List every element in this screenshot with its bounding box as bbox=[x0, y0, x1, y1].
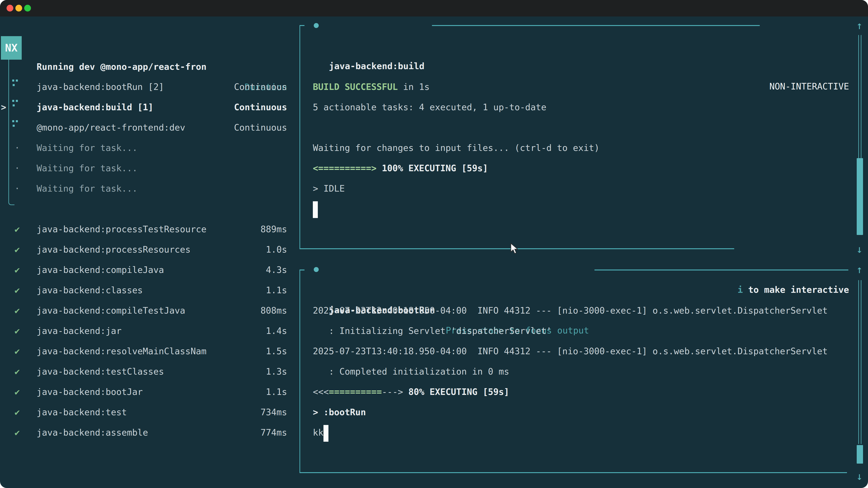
task-duration: 1.4s bbox=[0, 321, 287, 341]
log-segment: ========== bbox=[329, 387, 382, 397]
task-status: Continuous bbox=[0, 77, 287, 97]
build-scroll-up-icon[interactable]: ↑ bbox=[852, 15, 866, 36]
build-panel-footer: i to make interactive bbox=[0, 239, 868, 259]
interactive-key: i bbox=[738, 285, 743, 295]
pending-dot-icon: · bbox=[10, 138, 24, 158]
log-line: Waiting for changes to input files... (c… bbox=[313, 138, 868, 158]
log-segment: in 1s bbox=[398, 82, 430, 92]
title-bar bbox=[0, 0, 868, 17]
waiting-task-label: Waiting for task... bbox=[37, 178, 137, 199]
terminal-cursor bbox=[323, 425, 329, 442]
sidebar-header-row: Running dev @mono-app/react-fron Duratio… bbox=[0, 36, 868, 57]
sidebar-footer-row: ← 1/2 → quit: q help: ? bbox=[0, 463, 868, 484]
close-button[interactable] bbox=[6, 5, 13, 11]
waiting-task-label: Waiting for task... bbox=[37, 138, 137, 158]
bootrun-panel-bottom-line bbox=[300, 472, 847, 473]
task-duration: 1.3s bbox=[0, 361, 287, 382]
build-scroll-down-icon[interactable]: ↓ bbox=[852, 239, 866, 259]
log-segment: 100% EXECUTING [59s] bbox=[377, 163, 488, 173]
log-segment: 2025-07-23T13:40:18.950-04:00 INFO 44312… bbox=[313, 346, 828, 356]
minimize-button[interactable] bbox=[16, 5, 22, 11]
bootrun-panel-left-border bbox=[300, 269, 300, 473]
build-panel-left-border bbox=[300, 25, 300, 249]
task-status-dot-icon bbox=[314, 267, 319, 272]
log-line: : Initializing Servlet 'dispatcherServle… bbox=[313, 321, 868, 341]
log-segment: : Initializing Servlet 'dispatcherServle… bbox=[313, 326, 552, 336]
bootrun-scroll-up-icon[interactable]: ↑ bbox=[852, 259, 866, 280]
build-panel-header: java-backend:build NON-INTERACTIVE bbox=[0, 15, 868, 36]
task-duration: 889ms bbox=[0, 219, 287, 239]
bootrun-scrollbar-track[interactable] bbox=[858, 280, 862, 444]
interactive-text: to make interactive bbox=[748, 285, 849, 295]
zoom-button[interactable] bbox=[24, 5, 31, 11]
build-scrollbar-thumb[interactable] bbox=[857, 158, 863, 235]
task-status-dot-icon bbox=[314, 23, 319, 28]
waiting-task-label: Waiting for task... bbox=[37, 158, 137, 178]
log-segment: kk bbox=[313, 427, 323, 437]
bootrun-scroll-down-icon[interactable]: ↓ bbox=[852, 466, 866, 486]
log-line bbox=[313, 118, 868, 138]
log-line: 2025-07-23T13:40:18.950-04:00 INFO 44312… bbox=[313, 300, 868, 321]
log-segment: ---> bbox=[382, 387, 403, 397]
log-line: <<<==========---> 80% EXECUTING [59s] bbox=[313, 382, 868, 402]
log-segment: 5 actionable tasks: 4 executed, 1 up-to-… bbox=[313, 102, 546, 112]
terminal-window: NX Running dev @mono-app/react-fron Dura… bbox=[0, 0, 868, 488]
task-duration: 1.5s bbox=[0, 341, 287, 361]
task-group-tree-corner bbox=[8, 201, 14, 205]
log-line: > IDLE bbox=[313, 178, 868, 199]
log-line: 2025-07-23T13:40:18.950-04:00 INFO 44312… bbox=[313, 341, 868, 361]
task-duration: 774ms bbox=[0, 422, 287, 443]
bootrun-panel-header: java-backend:bootRun Press <tab> to focu… bbox=[0, 259, 868, 280]
log-segment: 2025-07-23T13:40:18.950-04:00 INFO 44312… bbox=[313, 305, 828, 316]
log-line: > :bootRun bbox=[313, 402, 868, 422]
task-duration: 1.1s bbox=[0, 280, 287, 300]
log-segment: 80% EXECUTING [59s] bbox=[403, 387, 509, 397]
mouse-pointer-icon bbox=[510, 243, 520, 255]
log-line: <==========> 100% EXECUTING [59s] bbox=[313, 158, 868, 178]
task-duration: 734ms bbox=[0, 402, 287, 422]
task-status: Continuous bbox=[0, 118, 287, 138]
pager: ← 1/2 → bbox=[10, 484, 90, 488]
build-panel-title: java-backend:build bbox=[329, 56, 425, 76]
log-line: 5 actionable tasks: 4 executed, 1 up-to-… bbox=[313, 97, 868, 118]
log-line: kk bbox=[313, 422, 868, 443]
log-segment: <<< bbox=[313, 387, 329, 397]
sidebar-title: Running dev @mono-app/react-fron bbox=[37, 57, 206, 77]
log-line bbox=[313, 199, 868, 219]
task-duration: 808ms bbox=[0, 300, 287, 321]
pending-dot-icon: · bbox=[10, 178, 24, 199]
pending-dot-icon: · bbox=[10, 158, 24, 178]
log-line: BUILD SUCCESSFUL in 1s bbox=[313, 77, 868, 97]
log-segment: : Completed initialization in 0 ms bbox=[313, 366, 509, 377]
terminal-cursor bbox=[313, 201, 318, 218]
completed-task-row[interactable]: ✔java-backend:processTestResource889ms bbox=[0, 219, 868, 239]
log-line: : Completed initialization in 0 ms bbox=[313, 361, 868, 382]
task-duration: 1.1s bbox=[0, 382, 287, 402]
log-segment: > :bootRun bbox=[313, 407, 366, 417]
task-status: Continuous bbox=[0, 97, 287, 118]
terminal-content: NX Running dev @mono-app/react-fron Dura… bbox=[0, 17, 868, 488]
log-segment: > IDLE bbox=[313, 184, 345, 194]
bootrun-scrollbar-thumb[interactable] bbox=[857, 445, 863, 464]
log-segment: <==========> bbox=[313, 163, 377, 173]
log-segment: BUILD SUCCESSFUL bbox=[313, 82, 398, 92]
log-segment: Waiting for changes to input files... (c… bbox=[313, 143, 599, 153]
